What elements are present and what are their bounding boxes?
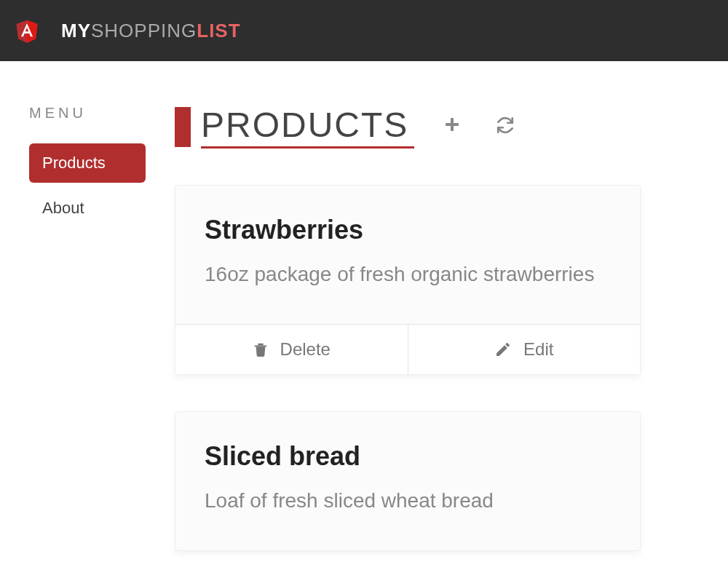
plus-icon: [443, 116, 461, 133]
trash-icon: [253, 341, 269, 358]
edit-button[interactable]: Edit: [408, 325, 641, 374]
main-content: PRODUCTS: [175, 105, 641, 562]
menu-heading: MENU: [29, 105, 146, 122]
product-title: Sliced bread: [205, 441, 611, 472]
sidebar-item-label: Products: [42, 154, 106, 172]
brand-part-my: MY: [61, 20, 91, 41]
edit-label: Edit: [523, 339, 553, 360]
accent-bar: [175, 107, 191, 147]
add-product-button[interactable]: [443, 116, 461, 138]
page-header: PRODUCTS: [175, 105, 641, 149]
brand-title: MYSHOPPINGLIST: [61, 20, 241, 42]
delete-label: Delete: [280, 339, 331, 360]
product-card: Strawberries 16oz package of fresh organ…: [175, 185, 641, 375]
refresh-button[interactable]: [496, 116, 515, 138]
sidebar: MENU Products About: [29, 105, 146, 562]
brand-part-shopping: SHOPPING: [91, 20, 197, 41]
svg-rect-3: [446, 123, 459, 126]
edit-icon: [494, 341, 512, 358]
angular-logo-icon: [15, 17, 39, 44]
sidebar-item-about[interactable]: About: [29, 189, 146, 228]
product-title: Strawberries: [205, 215, 611, 245]
sidebar-item-label: About: [42, 199, 84, 217]
app-header: MYSHOPPINGLIST: [0, 0, 728, 61]
page-title: PRODUCTS: [201, 105, 414, 149]
brand-part-list: LIST: [197, 20, 240, 41]
product-description: 16oz package of fresh organic strawberri…: [205, 258, 611, 291]
refresh-icon: [496, 116, 515, 135]
delete-button[interactable]: Delete: [175, 325, 408, 374]
product-card: Sliced bread Loaf of fresh sliced wheat …: [175, 411, 641, 551]
sidebar-item-products[interactable]: Products: [29, 143, 146, 183]
product-description: Loaf of fresh sliced wheat bread: [205, 485, 611, 518]
